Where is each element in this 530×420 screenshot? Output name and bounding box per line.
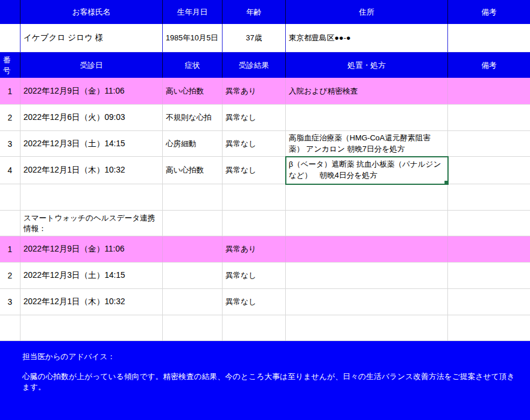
patient-cell-birthdate[interactable]: 1985年10月5日 (163, 24, 223, 53)
patient-header-birthdate: 生年月日 (163, 0, 223, 24)
empty-cell[interactable] (286, 236, 448, 263)
visit-3-treatment[interactable]: 高脂血症治療薬（HMG-CoA還元酵素阻害薬） アンカロン 朝晩7日分を処方 (286, 131, 448, 157)
patient-header-blank-cell (0, 0, 20, 24)
visit-3-date[interactable]: 2022年12月3日（土）14:15 (20, 131, 163, 157)
empty-cell[interactable] (20, 315, 163, 341)
smartwatch-1-date[interactable]: 2022年12月9日（金）11:06 (20, 236, 163, 263)
patient-header-address: 住所 (286, 0, 448, 24)
visits-header-date: 受診日 (20, 53, 163, 78)
visit-1-treatment[interactable]: 入院および精密検査 (286, 78, 448, 105)
smartwatch-2-number[interactable]: 2 (0, 263, 20, 289)
smartwatch-1-result[interactable]: 異常あり (223, 236, 286, 263)
visit-1-number[interactable]: 1 (0, 78, 20, 105)
smartwatch-section-label[interactable]: スマートウォッチのヘルスデータ連携情報： (20, 211, 163, 236)
doctor-advice-body: 心臓の心拍数が上がっている傾向です。精密検査の結果、今のところ大事は至りませんが… (22, 371, 518, 393)
visit-3-remarks[interactable] (448, 131, 530, 157)
visit-row-2: 2 2022年12月6日（火）09:03 不規則な心拍 異常なし (0, 105, 530, 131)
empty-cell[interactable] (286, 263, 448, 289)
empty-cell[interactable] (448, 315, 530, 341)
patient-cell-name[interactable]: イケブクロ ジロウ 様 (20, 24, 163, 53)
empty-cell[interactable] (20, 184, 163, 211)
empty-cell[interactable] (286, 289, 448, 315)
visit-3-number[interactable]: 3 (0, 131, 20, 157)
visits-header-result: 受診結果 (223, 53, 286, 78)
empty-cell[interactable] (223, 315, 286, 341)
smartwatch-2-result[interactable]: 異常なし (223, 263, 286, 289)
empty-cell[interactable] (0, 184, 20, 211)
visit-1-remarks[interactable] (448, 78, 530, 105)
visit-2-number[interactable]: 2 (0, 105, 20, 131)
visits-header-row: 番号 受診日 症状 受診結果 処置・処方 備考 (0, 53, 530, 78)
visit-1-symptom[interactable]: 高い心拍数 (163, 78, 223, 105)
visits-header-treatment: 処置・処方 (286, 53, 448, 78)
visits-header-remarks: 備考 (448, 53, 530, 78)
visit-row-4: 4 2022年12月1日（木）10:32 高い心拍数 異常なし β（ベータ）遮断… (0, 157, 530, 184)
smartwatch-row-2: 2 2022年12月3日（土）14:15 異常なし (0, 263, 530, 289)
empty-cell[interactable] (286, 211, 448, 236)
visit-row-1: 1 2022年12月9日（金）11:06 高い心拍数 異常あり 入院および精密検… (0, 78, 530, 105)
visit-2-remarks[interactable] (448, 105, 530, 131)
empty-cell[interactable] (163, 263, 223, 289)
visit-4-date[interactable]: 2022年12月1日（木）10:32 (20, 157, 163, 184)
empty-cell[interactable] (163, 315, 223, 341)
empty-cell[interactable] (448, 184, 530, 211)
empty-cell[interactable] (448, 236, 530, 263)
empty-cell[interactable] (448, 211, 530, 236)
patient-cell-address[interactable]: 東京都豊島区●●-● (286, 24, 448, 53)
empty-cell[interactable] (163, 184, 223, 211)
empty-cell[interactable] (223, 184, 286, 211)
empty-row-2 (0, 315, 530, 341)
patient-header-age: 年齢 (223, 0, 286, 24)
patient-cell-blank[interactable] (0, 24, 20, 53)
empty-row-1 (0, 184, 530, 211)
smartwatch-3-date[interactable]: 2022年12月1日（木）10:32 (20, 289, 163, 315)
empty-cell[interactable] (163, 236, 223, 263)
visit-2-symptom[interactable]: 不規則な心拍 (163, 105, 223, 131)
medical-record-sheet: お客様氏名 生年月日 年齢 住所 備考 イケブクロ ジロウ 様 1985年10月… (0, 0, 530, 420)
smartwatch-label-row: スマートウォッチのヘルスデータ連携情報： (0, 211, 530, 236)
smartwatch-3-result[interactable]: 異常なし (223, 289, 286, 315)
empty-cell[interactable] (163, 289, 223, 315)
visits-header-symptom: 症状 (163, 53, 223, 78)
empty-cell[interactable] (223, 211, 286, 236)
visit-4-number[interactable]: 4 (0, 157, 20, 184)
visit-2-date[interactable]: 2022年12月6日（火）09:03 (20, 105, 163, 131)
visit-3-result[interactable]: 異常なし (223, 131, 286, 157)
empty-cell[interactable] (0, 315, 20, 341)
visit-1-date[interactable]: 2022年12月9日（金）11:06 (20, 78, 163, 105)
patient-data-row: イケブクロ ジロウ 様 1985年10月5日 37歳 東京都豊島区●●-● (0, 24, 530, 53)
smartwatch-1-number[interactable]: 1 (0, 236, 20, 263)
visit-4-remarks[interactable] (448, 157, 530, 184)
smartwatch-2-date[interactable]: 2022年12月3日（土）14:15 (20, 263, 163, 289)
empty-cell[interactable] (448, 263, 530, 289)
patient-header-row: お客様氏名 生年月日 年齢 住所 備考 (0, 0, 530, 24)
patient-cell-remarks[interactable] (448, 24, 530, 53)
doctor-advice-title: 担当医からのアドバイス： (22, 352, 518, 362)
visit-4-result[interactable]: 異常なし (223, 157, 286, 184)
smartwatch-row-3: 3 2022年12月1日（木）10:32 異常なし (0, 289, 530, 315)
patient-header-customer-name: お客様氏名 (20, 0, 163, 24)
visit-3-symptom[interactable]: 心房細動 (163, 131, 223, 157)
smartwatch-row-1: 1 2022年12月9日（金）11:06 異常あり (0, 236, 530, 263)
empty-cell[interactable] (286, 184, 448, 211)
doctor-advice-panel[interactable]: 担当医からのアドバイス： 心臓の心拍数が上がっている傾向です。精密検査の結果、今… (0, 341, 530, 420)
visit-4-symptom[interactable]: 高い心拍数 (163, 157, 223, 184)
empty-cell[interactable] (0, 211, 20, 236)
smartwatch-3-number[interactable]: 3 (0, 289, 20, 315)
empty-cell[interactable] (286, 315, 448, 341)
visit-4-treatment-selected-cell[interactable]: β（ベータ）遮断薬 抗血小板薬（パナルジンなど） 朝晩4日分を処方 (286, 157, 448, 184)
visit-2-result[interactable]: 異常なし (223, 105, 286, 131)
visit-2-treatment[interactable] (286, 105, 448, 131)
patient-header-remarks: 備考 (448, 0, 530, 24)
visit-row-3: 3 2022年12月3日（土）14:15 心房細動 異常なし 高脂血症治療薬（H… (0, 131, 530, 157)
visits-header-number: 番号 (0, 53, 20, 78)
empty-cell[interactable] (448, 289, 530, 315)
patient-cell-age[interactable]: 37歳 (223, 24, 286, 53)
empty-cell[interactable] (163, 211, 223, 236)
visit-1-result[interactable]: 異常あり (223, 78, 286, 105)
